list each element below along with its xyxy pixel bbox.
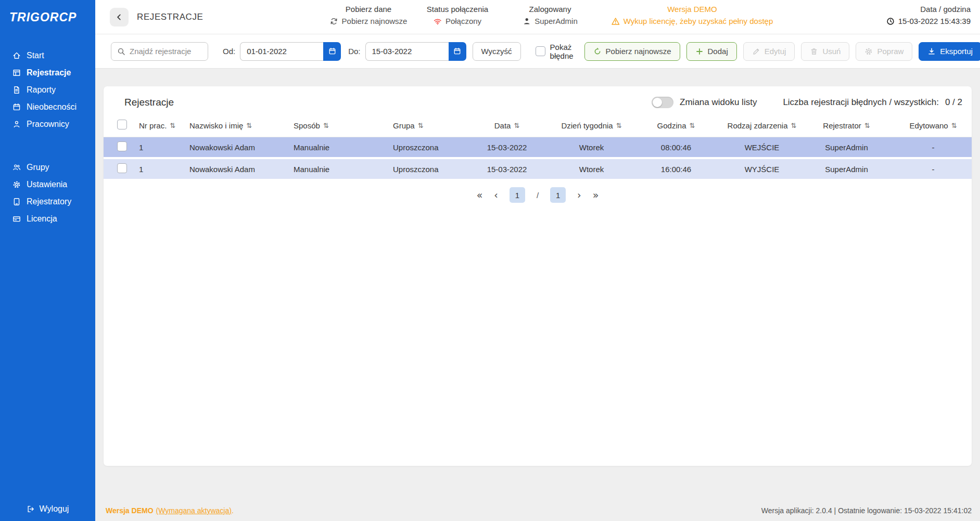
search-input[interactable] — [130, 47, 208, 56]
sidebar-item-label: Start — [27, 51, 44, 60]
sidebar-item-licencja[interactable]: Licencja — [0, 210, 95, 227]
last-page-button[interactable]: » — [593, 190, 599, 200]
clear-label: Wyczyść — [481, 47, 512, 56]
column-header-nazwisko[interactable]: Nazwisko i imię⇅ — [189, 121, 294, 130]
select-all-checkbox[interactable] — [117, 120, 127, 129]
to-date-group — [365, 42, 466, 61]
search-icon — [117, 47, 125, 56]
export-label: Eksportuj — [940, 47, 973, 56]
column-header-grupa[interactable]: Grupa⇅ — [393, 121, 457, 130]
column-header-nr-prac[interactable]: Nr prac.⇅ — [135, 121, 189, 130]
column-header-godzina[interactable]: Godzina⇅ — [627, 121, 726, 130]
clear-button[interactable]: Wyczyść — [473, 42, 521, 61]
from-calendar-button[interactable] — [323, 42, 341, 61]
datetime-value: 15-03-2022 15:43:39 — [898, 17, 971, 25]
sort-icon: ⇅ — [616, 122, 622, 129]
row-checkbox-cell — [104, 141, 135, 153]
row-checkbox[interactable] — [117, 141, 127, 151]
cell-godzina: 16:00:46 — [627, 165, 726, 174]
connection-value: Połączony — [446, 17, 481, 25]
total-pages[interactable]: 1 — [550, 187, 566, 203]
column-header-rodzaj[interactable]: Rodzaj zdarzenia⇅ — [726, 121, 798, 130]
add-label: Dodaj — [708, 47, 728, 56]
from-date-input[interactable] — [240, 42, 323, 61]
sidebar-item-grupy[interactable]: Grupy — [0, 159, 95, 176]
table-row[interactable]: 1 Nowakowski Adam Manualnie Uproszczona … — [104, 159, 972, 179]
sidebar-item-pracownicy[interactable]: Pracownicy — [0, 115, 95, 133]
back-button[interactable] — [110, 8, 129, 27]
delete-button[interactable]: Usuń — [801, 42, 849, 61]
show-errors-checkbox[interactable]: Pokaż błędne — [536, 43, 578, 60]
sort-icon: ⇅ — [791, 122, 797, 129]
cell-edytowano: - — [895, 143, 972, 152]
to-calendar-button[interactable] — [449, 42, 466, 61]
sidebar-item-nieobecnosci[interactable]: Nieobecności — [0, 98, 95, 115]
column-header-data[interactable]: Data⇅ — [457, 121, 556, 130]
wifi-icon — [434, 17, 442, 25]
page-title: REJESTRACJE — [137, 12, 203, 22]
sidebar-item-ustawienia[interactable]: Ustawienia — [0, 176, 95, 193]
column-header-edytowano[interactable]: Edytowano⇅ — [895, 121, 972, 130]
list-view-toggle[interactable] — [652, 97, 673, 108]
table-row[interactable]: 1 Nowakowski Adam Manualnie Uproszczona … — [104, 137, 972, 157]
pencil-icon — [752, 47, 760, 56]
plus-icon — [695, 47, 704, 56]
export-button[interactable]: Eksportuj — [919, 42, 980, 61]
logged-in-label: Zalogowany — [529, 5, 571, 14]
sort-icon: ⇅ — [418, 122, 424, 129]
download-latest-action[interactable]: Pobierz najnowsze — [330, 17, 408, 25]
sidebar-item-label: Ustawienia — [27, 180, 67, 189]
sidebar-item-label: Nieobecności — [27, 102, 77, 112]
column-header-sposob[interactable]: Sposób⇅ — [294, 121, 393, 130]
next-page-button[interactable]: › — [577, 190, 581, 200]
buy-license-link[interactable]: Wykup licencję, żeby uzyskać pełny dostę… — [612, 17, 773, 25]
first-page-button[interactable]: « — [477, 190, 483, 200]
sidebar-item-rejestracje[interactable]: Rejestracje — [0, 64, 95, 81]
page-separator: / — [537, 191, 539, 200]
fix-button[interactable]: Popraw — [856, 42, 912, 61]
sort-icon: ⇅ — [864, 122, 870, 129]
app-logo: TRIGORCP — [0, 0, 95, 47]
add-button[interactable]: Dodaj — [686, 42, 737, 61]
fetch-latest-label: Pobierz najnowsze — [606, 47, 671, 56]
column-header-dzien[interactable]: Dzień tygodnia⇅ — [556, 121, 627, 130]
sidebar: TRIGORCP Start Rejestracje Raporty Nieob… — [0, 0, 95, 521]
header-download-group: Pobierz dane Pobierz najnowsze — [330, 5, 408, 25]
sidebar-item-label: Raporty — [27, 85, 56, 95]
footer-app-info: Wersja aplikacji: 2.0.4 | Ostatnie logow… — [761, 506, 972, 515]
logged-in-user: SuperAdmin — [523, 17, 578, 25]
view-toggle-group: Zmiana widoku listy — [652, 97, 757, 108]
clock-icon — [886, 17, 895, 25]
logged-in-value: SuperAdmin — [534, 17, 578, 25]
device-icon — [12, 198, 21, 206]
row-checkbox[interactable] — [117, 163, 127, 173]
download-icon — [927, 47, 936, 56]
select-all-cell — [104, 120, 135, 132]
sidebar-item-rejestratory[interactable]: Rejestratory — [0, 193, 95, 210]
calendar-icon — [12, 103, 21, 111]
current-page[interactable]: 1 — [510, 187, 525, 203]
footer-left: Wersja DEMO(Wymagana aktywacja). — [106, 506, 234, 515]
activation-link[interactable]: (Wymagana aktywacja) — [156, 506, 232, 515]
fetch-latest-button[interactable]: Pobierz najnowsze — [584, 42, 680, 61]
sidebar-item-start[interactable]: Start — [0, 47, 95, 64]
toolbar: Od: Do: Wyczyść — [95, 34, 980, 69]
datetime-label: Data / godzina — [920, 5, 971, 14]
sync-circle-icon — [593, 47, 602, 56]
download-label: Pobierz dane — [346, 5, 391, 14]
search-box[interactable] — [111, 42, 208, 61]
logout-button[interactable]: Wyloguj — [27, 504, 69, 514]
prev-page-button[interactable]: ‹ — [494, 190, 498, 200]
header-demo-group: Wersja DEMO Wykup licencję, żeby uzyskać… — [612, 5, 773, 25]
to-date-input[interactable] — [365, 42, 449, 61]
cell-data: 15-03-2022 — [457, 143, 556, 152]
logout-label: Wyloguj — [40, 504, 69, 514]
gear-icon — [864, 47, 873, 56]
sort-icon: ⇅ — [246, 122, 252, 129]
panel-title: Rejestracje — [124, 97, 174, 108]
edit-button[interactable]: Edytuj — [743, 42, 795, 61]
error-counter: Liczba rejestracji błędnych / wszystkich… — [783, 97, 962, 108]
sidebar-item-raporty[interactable]: Raporty — [0, 81, 95, 98]
column-header-rejestrator[interactable]: Rejestrator⇅ — [798, 121, 895, 130]
license-card-icon — [12, 215, 21, 223]
